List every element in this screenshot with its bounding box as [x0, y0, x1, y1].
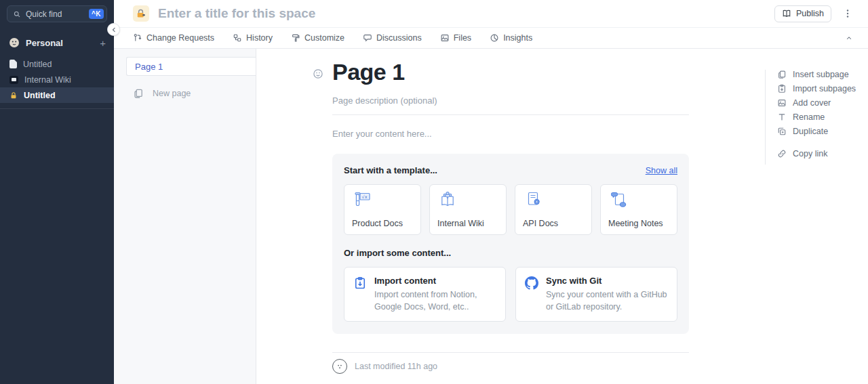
- sidebar-item-untitled-2-selected[interactable]: Untitled: [0, 87, 114, 103]
- copy-link-action[interactable]: Copy link: [777, 149, 856, 158]
- import-card-title: Sync with Git: [546, 276, 668, 286]
- template-card-product-docs[interactable]: Product Docs: [344, 184, 421, 235]
- more-options-button[interactable]: [841, 7, 854, 20]
- copy-link-icon: [777, 149, 787, 158]
- page-actions: Insert subpage Import subpages Add cover…: [777, 70, 856, 158]
- sync-with-git-card[interactable]: Sync with Git Sync your content with a G…: [515, 267, 677, 322]
- new-page-icon: [133, 88, 144, 99]
- template-card-meeting-notes[interactable]: Meeting Notes: [600, 184, 677, 235]
- getting-started-panel: Start with a template... Show all Produc…: [332, 154, 689, 334]
- sidebar-item-untitled-1[interactable]: Untitled: [0, 56, 114, 72]
- sidebar-item-label: Internal Wiki: [24, 75, 71, 85]
- api-docs-illustration: [523, 191, 543, 209]
- editor-column: Page 1 Page description (optional) Enter…: [332, 49, 689, 374]
- sidebar-item-internal-wiki[interactable]: Internal Wiki: [0, 72, 114, 87]
- sidebar-item-label: Untitled: [24, 91, 56, 100]
- chevron-left-icon: [110, 26, 118, 34]
- space-emoji-icon[interactable]: [133, 5, 149, 22]
- smiley-icon: [313, 68, 323, 79]
- template-card-internal-wiki[interactable]: Internal Wiki: [429, 184, 507, 235]
- import-card-title: Import content: [374, 276, 496, 286]
- import-section-title: Or import some content...: [344, 248, 677, 258]
- tab-history[interactable]: History: [233, 33, 273, 43]
- collapse-sidebar-button[interactable]: [107, 23, 120, 36]
- tab-files[interactable]: Files: [440, 33, 471, 43]
- template-section-header: Start with a template... Show all: [344, 165, 677, 175]
- space-titlebar: Enter a title for this space Publish: [114, 0, 868, 28]
- rename-icon: [777, 112, 787, 122]
- search-icon: [13, 10, 21, 18]
- new-page-button[interactable]: New page: [114, 88, 256, 99]
- locked-with-key-icon: [136, 8, 146, 19]
- page-footer: Last modified 11h ago: [332, 359, 689, 374]
- tab-insights[interactable]: Insights: [490, 33, 532, 43]
- collapse-header-button[interactable]: [844, 33, 854, 43]
- template-card-label: Internal Wiki: [437, 219, 498, 228]
- publish-button[interactable]: Publish: [774, 5, 831, 22]
- show-all-link[interactable]: Show all: [646, 166, 677, 175]
- shortcut-badge: ^K: [89, 9, 104, 19]
- action-label: Insert subpage: [793, 70, 849, 79]
- pages-panel: Page 1 New page: [114, 49, 256, 384]
- action-label: Rename: [793, 112, 825, 122]
- actions-divider: [765, 70, 766, 165]
- document-icon: [9, 60, 17, 68]
- page-description-input[interactable]: Page description (optional): [332, 95, 689, 106]
- add-cover-action[interactable]: Add cover: [777, 98, 856, 108]
- content-placeholder[interactable]: Enter your content here...: [332, 129, 689, 139]
- sidebar-item-label: Untitled: [23, 60, 52, 69]
- face-icon: [334, 361, 345, 372]
- sidebar-divider: [0, 108, 114, 109]
- page-title[interactable]: Page 1: [332, 58, 689, 85]
- user-avatar[interactable]: [332, 359, 347, 374]
- chevron-up-icon: [845, 34, 853, 42]
- page-editor: Page 1 Page description (optional) Enter…: [256, 49, 868, 384]
- kebab-menu-icon: [842, 8, 853, 19]
- import-content-card[interactable]: Import content Import content from Notio…: [344, 267, 506, 322]
- import-subpages-action[interactable]: Import subpages: [777, 84, 856, 93]
- action-label: Add cover: [793, 98, 831, 108]
- space-tabbar: Change Requests History Customize Discus…: [114, 28, 868, 49]
- duplicate-action[interactable]: Duplicate: [777, 127, 856, 136]
- template-card-api-docs[interactable]: API Docs: [515, 184, 592, 235]
- import-card-description: Import content from Notion, Google Docs,…: [374, 289, 496, 313]
- page-head: Page 1: [332, 58, 689, 85]
- import-subpages-icon: [777, 84, 787, 93]
- add-emoji-button[interactable]: [313, 68, 323, 79]
- publish-book-icon: [782, 9, 791, 18]
- template-card-label: Product Docs: [352, 219, 413, 228]
- tab-change-requests[interactable]: Change Requests: [133, 33, 214, 43]
- workspace-section-header[interactable]: Personal +: [0, 35, 114, 50]
- add-cover-icon: [777, 98, 787, 108]
- tab-label: Discussions: [376, 33, 422, 43]
- pull-request-icon: [133, 33, 142, 43]
- content-row: Page 1 New page Page 1 Page descri: [114, 49, 868, 384]
- main-panel: Enter a title for this space Publish Cha…: [114, 0, 868, 384]
- workspace-avatar: [9, 37, 20, 48]
- import-grid: Import content Import content from Notio…: [344, 267, 677, 322]
- rename-action[interactable]: Rename: [777, 112, 856, 122]
- history-icon: [233, 33, 242, 43]
- files-icon: [440, 33, 450, 43]
- tab-discussions[interactable]: Discussions: [363, 33, 422, 43]
- add-space-button[interactable]: +: [100, 38, 106, 48]
- divider: [332, 352, 689, 353]
- quick-find-placeholder: Quick find: [26, 9, 62, 19]
- spaces-list: Untitled Internal Wiki Untitled: [0, 56, 114, 103]
- app-root: Quick find ^K Personal + Untitled Intern…: [0, 0, 868, 384]
- insert-subpage-action[interactable]: Insert subpage: [777, 70, 856, 79]
- book-tile-icon: [9, 76, 18, 84]
- publish-label: Publish: [796, 9, 824, 18]
- quick-find-search[interactable]: Quick find ^K: [7, 5, 107, 22]
- github-icon: [525, 276, 538, 290]
- tab-label: History: [246, 33, 273, 43]
- tab-label: Insights: [503, 33, 532, 43]
- space-title-input[interactable]: Enter a title for this space: [158, 6, 774, 21]
- duplicate-icon: [777, 127, 787, 136]
- page-item-label: Page 1: [135, 62, 163, 72]
- discussion-icon: [363, 33, 372, 43]
- import-content-icon: [353, 276, 367, 290]
- tab-customize[interactable]: Customize: [291, 33, 344, 43]
- tab-label: Files: [454, 33, 471, 43]
- page-list-item-selected[interactable]: Page 1: [126, 57, 256, 76]
